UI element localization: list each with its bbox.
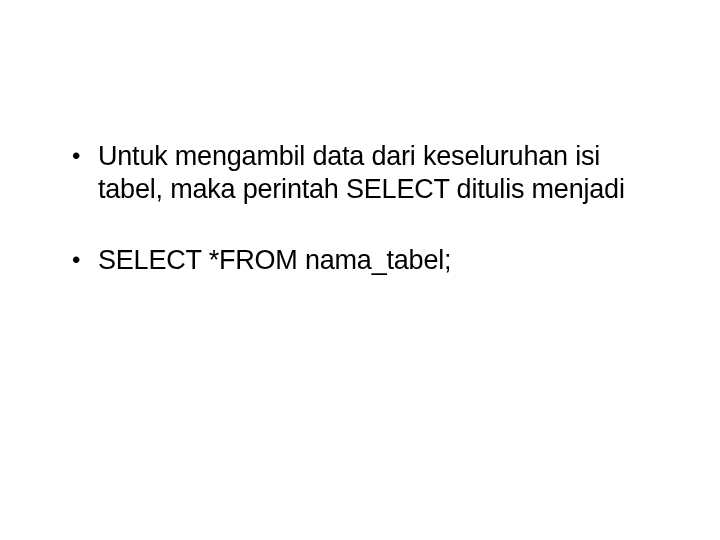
bullet-text: SELECT *FROM nama_tabel; [98,245,451,275]
bullet-item: Untuk mengambil data dari keseluruhan is… [70,140,660,206]
bullet-list: Untuk mengambil data dari keseluruhan is… [70,140,660,277]
slide-content: Untuk mengambil data dari keseluruhan is… [0,0,720,540]
bullet-item: SELECT *FROM nama_tabel; [70,244,660,277]
bullet-text: Untuk mengambil data dari keseluruhan is… [98,141,625,204]
